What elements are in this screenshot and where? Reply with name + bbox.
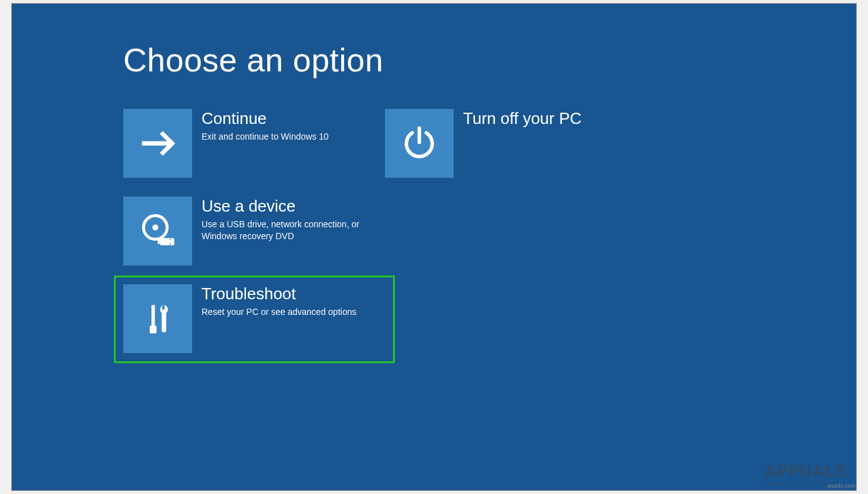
svg-rect-5	[170, 244, 171, 245]
tools-icon	[123, 284, 192, 353]
recovery-screen: Choose an option Continue Exit and conti…	[11, 3, 857, 491]
turn-off-title: Turn off your PC	[463, 109, 581, 128]
use-device-desc: Use a USB drive, network connection, or …	[202, 219, 364, 242]
svg-rect-4	[170, 239, 171, 240]
continue-desc: Exit and continue to Windows 10	[202, 131, 329, 143]
turn-off-text: Turn off your PC	[454, 109, 581, 131]
use-device-tile[interactable]: Use a device Use a USB drive, network co…	[123, 197, 374, 265]
disc-usb-icon	[123, 197, 192, 265]
power-icon	[385, 109, 454, 178]
page-title: Choose an option	[123, 41, 384, 79]
troubleshoot-text: Troubleshoot Reset your PC or see advanc…	[192, 284, 356, 318]
arrow-right-icon	[123, 109, 192, 178]
turn-off-tile[interactable]: Turn off your PC	[385, 109, 635, 178]
svg-point-1	[153, 225, 158, 230]
troubleshoot-tile[interactable]: Troubleshoot Reset your PC or see advanc…	[123, 284, 374, 353]
troubleshoot-title: Troubleshoot	[202, 284, 356, 304]
continue-text: Continue Exit and continue to Windows 10	[192, 109, 329, 143]
svg-rect-7	[150, 326, 156, 334]
continue-tile[interactable]: Continue Exit and continue to Windows 10	[123, 109, 374, 178]
watermark-brand: APPUALS	[765, 461, 847, 481]
svg-rect-2	[160, 238, 175, 245]
svg-rect-3	[158, 239, 161, 244]
use-device-text: Use a device Use a USB drive, network co…	[192, 197, 364, 242]
troubleshoot-desc: Reset your PC or see advanced options	[202, 306, 356, 318]
options-grid: Continue Exit and continue to Windows 10…	[123, 109, 646, 353]
svg-rect-6	[151, 305, 155, 326]
source-label: wsxdn.com	[827, 483, 855, 489]
use-device-title: Use a device	[202, 197, 364, 216]
continue-title: Continue	[202, 109, 329, 128]
